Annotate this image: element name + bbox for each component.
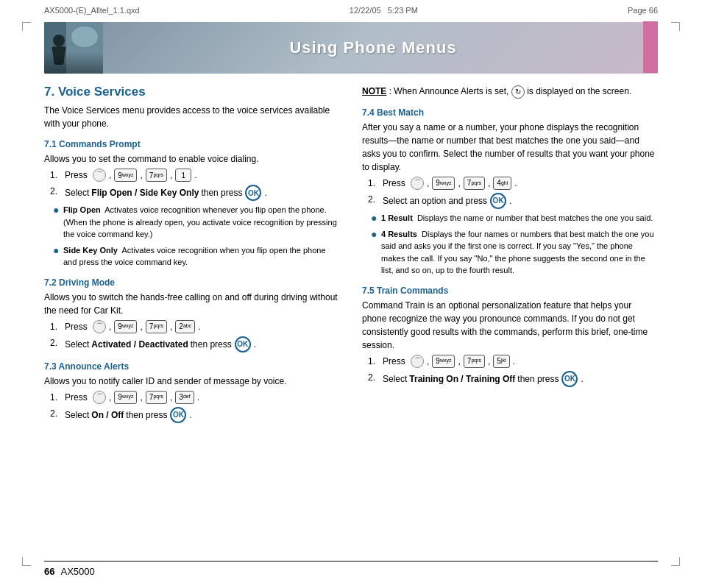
section-7-5-desc: Command Train is an optional personaliza… (362, 299, 658, 352)
key-3: 3def (175, 391, 194, 404)
key-9-7-4: 9wxyz (432, 177, 455, 190)
section-7-1-steps: 1. Press ⌒, 9wxyz, 7pqrs, 1. 2. Select F… (50, 169, 340, 201)
crop-mark-br (671, 557, 680, 566)
section-7-1-title: 7.1 Commands Prompt (44, 139, 340, 149)
key-7-7-3: 7pqrs (146, 391, 167, 404)
step-7-1-1: 1. Press ⌒, 9wxyz, 7pqrs, 1. (50, 169, 340, 182)
section-7-5-steps: 1. Press ⌒, 9wxyz, 7pqrs, 5jkl. 2. Selec… (368, 355, 658, 387)
key-9-7-3: 9wxyz (114, 391, 137, 404)
key-menu-icon: ⌒ (93, 169, 106, 182)
bullet-dot-3: ● (371, 212, 381, 224)
section-7-3-desc: Allows you to notify caller ID and sende… (44, 375, 340, 388)
note-label: NOTE (362, 86, 386, 96)
key-menu-7-3: ⌒ (93, 391, 106, 404)
bullet-flip-open: ● Flip Open Activates voice recognition … (53, 204, 340, 241)
key-5: 5jkl (493, 355, 509, 368)
key-9-7-2: 9wxyz (114, 320, 137, 333)
bullet-flip-open-text: Flip Open Activates voice recognition wh… (63, 204, 340, 241)
bullet-dot-2: ● (53, 244, 63, 257)
section-7-4-desc: After you say a name or a number, your p… (362, 121, 658, 174)
bullet-4-results-text: 4 Results Displays the four names or num… (381, 228, 658, 277)
key-7-7-5: 7pqrs (464, 355, 485, 368)
section-7-5-title: 7.5 Train Commands (362, 286, 658, 296)
section-7-2-steps: 1. Press ⌒, 9wxyz, 7pqrs, 2abc. 2. Selec… (50, 320, 340, 353)
key-2: 2abc (175, 320, 195, 333)
note-box: NOTE : When Announce Alerts is set, ↻ is… (362, 85, 658, 99)
key-ok-7-3: OK (170, 407, 186, 423)
header-accent (643, 21, 658, 75)
left-column: 7. Voice Services The Voice Services men… (44, 85, 340, 544)
key-menu-7-5: ⌒ (411, 355, 424, 368)
section-7-4-title: 7.4 Best Match (362, 107, 658, 118)
content-area: 7. Voice Services The Voice Services men… (44, 85, 658, 544)
header-banner: Using Phone Menus (44, 22, 658, 74)
note-suffix: is displayed on the screen. (527, 86, 631, 96)
crop-mark-bl (22, 557, 31, 566)
step-7-4-1: 1. Press ⌒, 9wxyz, 7pqrs, 4ghi. (368, 177, 658, 190)
key-9: 9wxyz (114, 169, 137, 182)
svg-point-3 (53, 35, 65, 46)
key-ok-7-4: OK (490, 193, 506, 209)
bullet-4-results: ● 4 Results Displays the four names or n… (371, 228, 658, 277)
crop-mark-tr (671, 22, 680, 31)
top-meta: AX5000-(E)_Alltel_1.1.qxd 12/22/05 5:23 … (44, 6, 658, 15)
bullet-dot-4: ● (371, 228, 381, 241)
page: AX5000-(E)_Alltel_1.1.qxd 12/22/05 5:23 … (0, 0, 702, 588)
header-accent-svg (643, 21, 658, 73)
key-ok-7-5: OK (561, 371, 578, 387)
step-7-4-2: 2. Select an option and press OK. (368, 193, 658, 209)
section-7-1-desc: Allows you to set the command to enable … (44, 152, 340, 166)
bullet-dot: ● (53, 204, 63, 216)
section-7-3-steps: 1. Press ⌒, 9wxyz, 7pqrs, 3def. 2. Selec… (50, 391, 340, 423)
key-7-7-4: 7pqrs (464, 177, 485, 190)
meta-file: AX5000-(E)_Alltel_1.1.qxd (44, 6, 140, 15)
key-7: 7pqrs (146, 169, 167, 182)
meta-page: Page 66 (628, 6, 658, 15)
right-column: NOTE : When Announce Alerts is set, ↻ is… (362, 85, 658, 544)
key-ok-7-2: OK (235, 336, 251, 353)
header-image (44, 22, 103, 74)
footer-brand: AX5000 (60, 566, 94, 577)
bullet-1-result-text: 1 Result Displays the name or number tha… (381, 212, 658, 224)
key-menu-7-2: ⌒ (93, 320, 106, 333)
bullet-side-key-text: Side Key Only Activates voice recognitio… (63, 244, 340, 269)
step-7-1-2: 2. Select Flip Open / Side Key Only then… (50, 185, 340, 201)
step-7-5-2: 2. Select Training On / Training Off the… (368, 371, 658, 387)
step-7-3-1: 1. Press ⌒, 9wxyz, 7pqrs, 3def. (50, 391, 340, 404)
bullet-1-result: ● 1 Result Displays the name or number t… (371, 212, 658, 224)
step-7-3-2: 2. Select On / Off then press OK. (50, 407, 340, 423)
section-7-2-title: 7.2 Driving Mode (44, 277, 340, 288)
key-9-7-5: 9wxyz (432, 355, 455, 368)
section-7-4-bullets: ● 1 Result Displays the name or number t… (371, 212, 658, 277)
key-4: 4ghi (493, 177, 511, 190)
header-title: Using Phone Menus (103, 38, 643, 57)
meta-datetime: 12/22/05 5:23 PM (350, 6, 418, 15)
key-1: 1 (175, 169, 191, 182)
bullet-side-key: ● Side Key Only Activates voice recognit… (53, 244, 340, 269)
main-title: 7. Voice Services (44, 85, 340, 99)
section-7-1-bullets: ● Flip Open Activates voice recognition … (53, 204, 340, 269)
step-7-5-1: 1. Press ⌒, 9wxyz, 7pqrs, 5jkl. (368, 355, 658, 368)
note-text: : When Announce Alerts is set, (389, 86, 511, 96)
key-7-7-2: 7pqrs (146, 320, 167, 333)
footer-page-num: 66 (44, 566, 54, 577)
alert-icon: ↻ (511, 85, 525, 99)
key-ok: OK (245, 185, 261, 201)
section-7-4-steps: 1. Press ⌒, 9wxyz, 7pqrs, 4ghi. 2. Selec… (368, 177, 658, 209)
footer: 66 AX5000 (44, 561, 658, 577)
crop-mark-tl (22, 22, 31, 31)
header-photo (44, 22, 103, 74)
step-7-2-2: 2. Select Activated / Deactivated then p… (50, 336, 340, 353)
svg-point-1 (71, 26, 98, 47)
intro-text: The Voice Services menu provides access … (44, 104, 340, 130)
key-menu-7-4: ⌒ (411, 177, 424, 190)
step-7-2-1: 1. Press ⌒, 9wxyz, 7pqrs, 2abc. (50, 320, 340, 333)
svg-rect-7 (643, 21, 658, 73)
section-7-2-desc: Allows you to switch the hands-free call… (44, 291, 340, 317)
section-7-3-title: 7.3 Announce Alerts (44, 361, 340, 372)
